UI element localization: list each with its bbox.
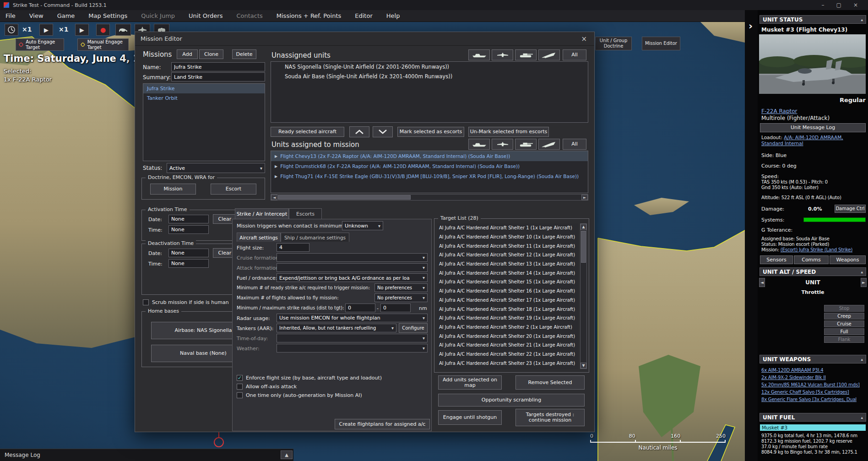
mission-summary-input[interactable] [171, 72, 265, 81]
strike-radius-min-input[interactable] [345, 304, 375, 312]
assigned-units-list[interactable]: ▶ Flight Chevy13 (2x F-22A Raptor (A/A: … [271, 151, 588, 193]
add-mission-button[interactable]: Add [177, 49, 198, 59]
collapse-icon[interactable]: ▴ [861, 17, 863, 22]
sidebar-collapse-strip[interactable]: › [745, 10, 758, 461]
strike-radius-max-input[interactable] [380, 304, 411, 312]
collapse-icon[interactable]: ▴ [861, 357, 863, 362]
target-list-item[interactable]: Al Jufra A/C Hardened Aircraft Shelter 1… [437, 241, 578, 250]
radar-usage-dropdown[interactable]: Use mission EMCON for whole flightplan▾ [277, 314, 428, 322]
unassigned-units-list[interactable]: NAS Sigonella (Single-Unit Airfield (2x … [271, 61, 588, 123]
assigned-list-hscrollbar[interactable]: ◄ ► [271, 194, 588, 201]
weapon-link[interactable]: 6x AIM-120D AMRAAM P3I.4 [761, 367, 867, 373]
filter-aircraft-button[interactable] [492, 49, 513, 60]
assigned-unit-item[interactable]: ▶ Flight Drumstick68 (2x F-22A Raptor (A… [271, 161, 588, 171]
deactivation-date-input[interactable] [168, 249, 209, 257]
min-ready-dropdown[interactable]: No preferences▾ [374, 283, 428, 292]
subtab-aircraft-settings[interactable]: Aircraft settings [237, 233, 281, 242]
mission-list[interactable]: Jufra StrikeTanker Orbit [143, 83, 265, 161]
move-up-button[interactable] [349, 126, 369, 137]
target-list-item[interactable]: Al Jufra A/C Hardened Aircraft Shelter 1… [437, 223, 578, 233]
scroll-right-button[interactable]: ► [581, 195, 588, 200]
menu-item[interactable]: Quick Jump [141, 12, 175, 19]
subtab-ship-settings[interactable]: Ship / submarine settings [281, 233, 349, 242]
filter-ships-button[interactable] [468, 49, 490, 60]
sensors-button[interactable]: Sensors [760, 255, 793, 264]
auto-engage-target-button[interactable]: Auto Engage Target [16, 38, 64, 51]
filter-missile-button-2[interactable] [538, 139, 560, 150]
time-of-day-dropdown[interactable]: ▾ [277, 334, 428, 342]
unit-message-log-button[interactable]: Unit Message Log [760, 123, 866, 132]
maximize-icon[interactable]: ▢ [836, 2, 841, 8]
collapse-icon[interactable]: ▴ [861, 415, 863, 420]
menu-item[interactable]: Contacts [236, 12, 262, 19]
target-list-item[interactable]: Al Jufra A/C Hardened Aircraft Shelter 1… [437, 250, 578, 260]
unmark-escorts-button[interactable]: Un-Mark selected from escorts [468, 127, 549, 137]
unit-alt-speed-header[interactable]: UNIT ALT / SPEED ▴ [760, 267, 866, 276]
weapon-link[interactable]: 8x Generic Flare Salvo [3x Cartridges, D… [761, 396, 867, 402]
scroll-left-button[interactable]: ◄ [271, 195, 277, 200]
unit-fuel-header[interactable]: UNIT FUEL ▴ [760, 413, 866, 422]
move-down-button[interactable] [373, 126, 393, 137]
doctrine-mission-button[interactable]: Mission [150, 184, 196, 195]
menu-item[interactable]: View [29, 12, 43, 19]
menu-item[interactable]: Game [57, 12, 75, 19]
target-list-item[interactable]: Al Jufra A/C Hardened Aircraft Shelter 1… [437, 287, 578, 296]
collapse-icon[interactable]: ▴ [861, 270, 863, 274]
filter-ground-button[interactable] [515, 49, 537, 60]
remove-selected-button[interactable]: Remove Selected [515, 375, 585, 390]
engage-until-shotgun-button[interactable]: Engage until shotgun [438, 410, 502, 425]
unit-group-doctrine-button[interactable]: Unit / Group Doctrine [595, 37, 632, 50]
filter-ships-button-2[interactable] [468, 139, 490, 150]
throttle-button[interactable]: Flank [824, 336, 864, 343]
target-list-item[interactable]: Al Jufra A/C Hardened Aircraft Shelter 1… [437, 314, 578, 323]
target-list-item[interactable]: Al Jufra A/C Hardened Aircraft Shelter 1… [437, 268, 578, 277]
play-button[interactable]: ▶ [39, 24, 53, 36]
filter-aircraft-button-2[interactable] [492, 139, 513, 150]
time-step-button[interactable] [5, 24, 18, 36]
minimize-icon[interactable]: – [822, 2, 825, 8]
targets-destroyed-button[interactable]: Targets destroyed : continue mission [515, 409, 585, 426]
message-log-expand-button[interactable]: ▲ [281, 450, 293, 459]
menu-item[interactable]: File [5, 12, 16, 19]
target-list-item[interactable]: Al Jufra A/C Hardened Aircraft Shelter 1… [437, 304, 578, 314]
dialog-titlebar[interactable]: Mission Editor × [135, 32, 594, 46]
window-titlebar[interactable]: Strike Test - Command - Build 1253.1 – ▢… [0, 0, 868, 10]
opportunity-scrambling-button[interactable]: Opportunity scrambling [438, 394, 585, 407]
mission-list-item[interactable]: Tanker Orbit [143, 93, 265, 103]
hscroll-thumb[interactable] [278, 195, 411, 200]
weapon-link[interactable]: 2x AIM-9X-2 Sidewinder Blk II [761, 374, 867, 380]
target-list-item[interactable]: Al Jufra A/C Hardened Aircraft Shelter 1… [437, 277, 578, 287]
menu-item[interactable]: Editor [355, 12, 372, 19]
one-time-only-checkbox[interactable] [237, 392, 243, 398]
filter-ground-button-2[interactable] [515, 139, 537, 150]
scroll-down-button[interactable]: ▼ [580, 363, 586, 369]
target-list-item[interactable]: Al Jufra A/C Hardened Aircraft Shelter 2… [437, 323, 578, 332]
play-button-2[interactable]: ▶ [75, 24, 89, 36]
unit-next-button[interactable]: ► [861, 278, 867, 287]
scroll-up-button[interactable]: ▲ [580, 224, 586, 230]
off-axis-attack-checkbox[interactable] [237, 384, 243, 390]
expand-icon[interactable]: ▶ [275, 174, 277, 179]
menu-item[interactable]: Missions + Ref. Points [277, 12, 342, 19]
filter-missile-button[interactable] [538, 49, 560, 60]
max-flights-dropdown[interactable]: No preferences▾ [374, 293, 428, 302]
throttle-button[interactable]: Full [824, 328, 864, 335]
trigger-dropdown[interactable]: Unknown ▾ [342, 221, 383, 230]
filter-all-button[interactable]: All [563, 49, 586, 60]
throttle-button[interactable]: Cruise [824, 320, 864, 327]
filter-all-button-2[interactable]: All [563, 139, 586, 150]
expand-icon[interactable]: ▶ [275, 164, 277, 168]
mission-editor-button[interactable]: Mission Editor [642, 37, 680, 50]
doctrine-escort-button[interactable]: Escort [211, 184, 256, 195]
vscroll-thumb[interactable] [581, 231, 586, 263]
scrub-mission-checkbox[interactable] [143, 299, 149, 305]
fuel-unit-row[interactable]: Musket #3 [760, 424, 866, 431]
mission-list-item[interactable]: Jufra Strike [143, 84, 265, 93]
chevron-right-icon[interactable]: › [749, 20, 753, 32]
target-list[interactable]: Al Jufra A/C Hardened Aircraft Shelter 1… [437, 223, 578, 369]
tab-strike-air-intercept[interactable]: Strike / Air Intercept [235, 208, 289, 219]
message-log-bar[interactable]: Message Log [0, 449, 293, 461]
damage-ctrl-button[interactable]: Damage Ctrl [835, 205, 866, 213]
unassigned-unit-item[interactable]: NAS Sigonella (Single-Unit Airfield (2x … [271, 62, 588, 71]
manual-engage-target-button[interactable]: Manual Engage Target [77, 38, 129, 51]
